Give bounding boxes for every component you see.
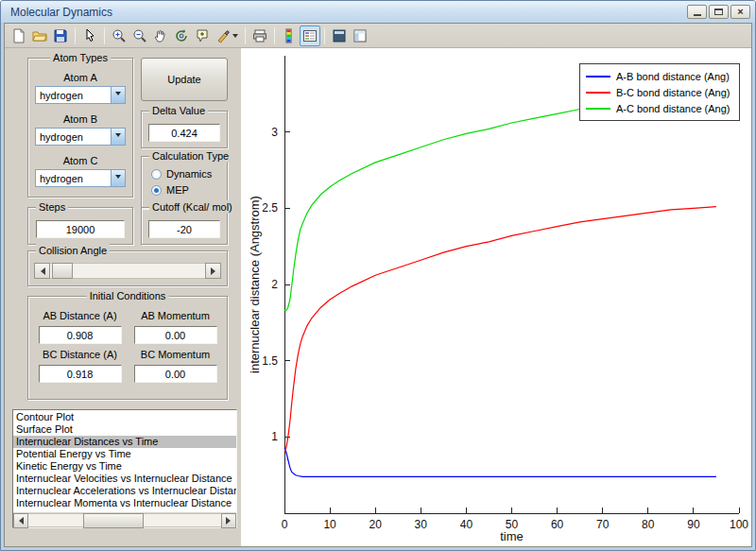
panel-title: Atom Types [50, 51, 111, 64]
chevron-down-icon [115, 92, 121, 98]
scroll-left-arrow[interactable] [13, 513, 28, 528]
app-window: Molecular Dynamics × [0, 0, 756, 551]
list-item[interactable]: Internuclear Accelerations vs Internucle… [13, 485, 236, 497]
atom-a-value: hydrogen [36, 90, 111, 101]
toolbar-separator [245, 27, 246, 44]
show-plot-tools-button[interactable] [350, 26, 370, 46]
legend-entry[interactable]: A-B bond distance (Ang) [586, 68, 733, 84]
ab-distance-input[interactable] [39, 326, 122, 344]
atom-c-select[interactable]: hydrogen [35, 169, 126, 187]
legend-entry[interactable]: A-C bond distance (Ang) [586, 100, 733, 116]
atom-b-label: Atom B [63, 113, 97, 125]
new-figure-button[interactable] [9, 26, 29, 46]
radio-selected-icon [151, 185, 162, 196]
bc-distance-input[interactable] [39, 365, 122, 383]
list-item[interactable]: Kinetic Energy vs Time [13, 460, 236, 473]
ab-momentum-label: AB Momentum [131, 310, 219, 321]
steps-panel: Steps [27, 207, 133, 245]
toolbar [5, 24, 751, 48]
data-cursor-button[interactable] [192, 26, 213, 46]
cutoff-input[interactable] [148, 220, 220, 238]
chevron-down-icon [115, 175, 121, 181]
atom-c-label: Atom C [63, 155, 98, 166]
update-button[interactable]: Update [141, 58, 228, 101]
panel-title: Delta Value [149, 104, 208, 117]
close-button[interactable]: × [730, 5, 750, 19]
combo-arrow-button[interactable] [111, 129, 125, 145]
scroll-right-arrow[interactable] [221, 513, 236, 528]
pan-button[interactable] [150, 26, 171, 46]
list-item[interactable]: Internuclear Velocities vs Internuclear … [13, 473, 236, 485]
legend-label: B-C bond distance (Ang) [616, 87, 730, 98]
list-item[interactable]: Internuclear Distances vs Time [13, 436, 236, 448]
steps-input[interactable] [36, 220, 125, 238]
panel-title: Initial Conditions [87, 289, 169, 302]
chevron-down-icon [115, 133, 121, 140]
delta-value-input[interactable] [148, 124, 220, 142]
list-item[interactable]: Potential Energy vs Time [13, 448, 236, 460]
combo-arrow-button[interactable] [111, 170, 125, 186]
svg-text:2.5: 2.5 [262, 201, 278, 215]
minimize-button[interactable] [687, 5, 707, 19]
hide-plot-tools-icon [332, 28, 347, 43]
listbox-hscrollbar[interactable] [13, 512, 236, 527]
legend-line-sample [586, 76, 610, 77]
zoom-out-button[interactable] [129, 26, 150, 46]
list-item[interactable]: Contour Plot [13, 411, 236, 423]
slider-thumb[interactable] [52, 263, 73, 279]
arrow-cursor-icon [82, 28, 97, 43]
legend-label: A-B bond distance (Ang) [616, 71, 730, 82]
colorbar-icon [282, 28, 297, 43]
edit-plot-button[interactable] [79, 26, 100, 46]
atom-a-select[interactable]: hydrogen [35, 86, 126, 104]
radio-icon [151, 169, 162, 180]
plot-type-listbox[interactable]: Contour PlotSurface PlotInternuclear Dis… [12, 409, 237, 528]
brush-data-button[interactable] [213, 26, 241, 46]
zoom-in-button[interactable] [109, 26, 129, 46]
radio-mep-label: MEP [166, 184, 189, 196]
open-file-button[interactable] [29, 26, 50, 46]
list-item[interactable]: Surface Plot [13, 423, 236, 436]
collision-angle-slider[interactable] [34, 263, 221, 279]
zoom-out-icon [132, 28, 147, 43]
atom-b-select[interactable]: hydrogen [35, 128, 126, 146]
scroll-track[interactable] [28, 513, 221, 527]
rotate-3d-button[interactable] [171, 26, 192, 46]
left-arrow-icon [15, 517, 24, 525]
combo-arrow-button[interactable] [111, 87, 125, 103]
title-bar[interactable]: Molecular Dynamics × [1, 1, 755, 23]
atom-types-panel: Atom Types Atom A hydrogen Atom B hydrog… [27, 58, 133, 198]
ab-momentum-input[interactable] [134, 326, 217, 344]
maximize-icon [714, 9, 723, 15]
slider-track[interactable] [50, 263, 205, 279]
legend-entry[interactable]: B-C bond distance (Ang) [586, 84, 733, 100]
ab-distance-label: AB Distance (A) [36, 310, 124, 321]
legend[interactable]: A-B bond distance (Ang)B-C bond distance… [579, 63, 740, 121]
svg-text:1.5: 1.5 [262, 354, 278, 368]
svg-text:2: 2 [271, 278, 278, 291]
figure-content: Atom Types Atom A hydrogen Atom B hydrog… [5, 48, 751, 546]
insert-legend-button[interactable] [300, 26, 320, 46]
right-arrow-icon [226, 517, 234, 525]
save-figure-button[interactable] [50, 26, 71, 46]
scroll-thumb[interactable] [83, 513, 144, 528]
maximize-button[interactable] [709, 5, 729, 19]
slider-left-arrow[interactable] [34, 263, 50, 279]
slider-right-arrow[interactable] [205, 263, 221, 279]
close-icon: × [737, 7, 743, 17]
delta-value-panel: Delta Value [141, 111, 228, 148]
panel-title: Collision Angle [36, 244, 110, 257]
list-item[interactable]: Internuclear Momenta vs Internuclear Dis… [13, 497, 236, 509]
plot-axes[interactable]: 010203040506070809010011.522.53 [241, 48, 751, 546]
hide-plot-tools-button[interactable] [329, 26, 350, 46]
print-figure-button[interactable] [249, 26, 270, 46]
radio-dynamics-label: Dynamics [166, 168, 212, 180]
cutoff-panel: Cutoff (Kcal/ mol) [141, 207, 228, 245]
panel-title: Cutoff (Kcal/ mol) [149, 200, 235, 214]
radio-mep[interactable]: MEP [151, 184, 227, 196]
radio-dynamics[interactable]: Dynamics [151, 168, 227, 180]
bc-momentum-input[interactable] [134, 365, 217, 383]
svg-text:1: 1 [271, 430, 278, 443]
rotate-icon [174, 28, 189, 43]
insert-colorbar-button[interactable] [279, 26, 300, 46]
